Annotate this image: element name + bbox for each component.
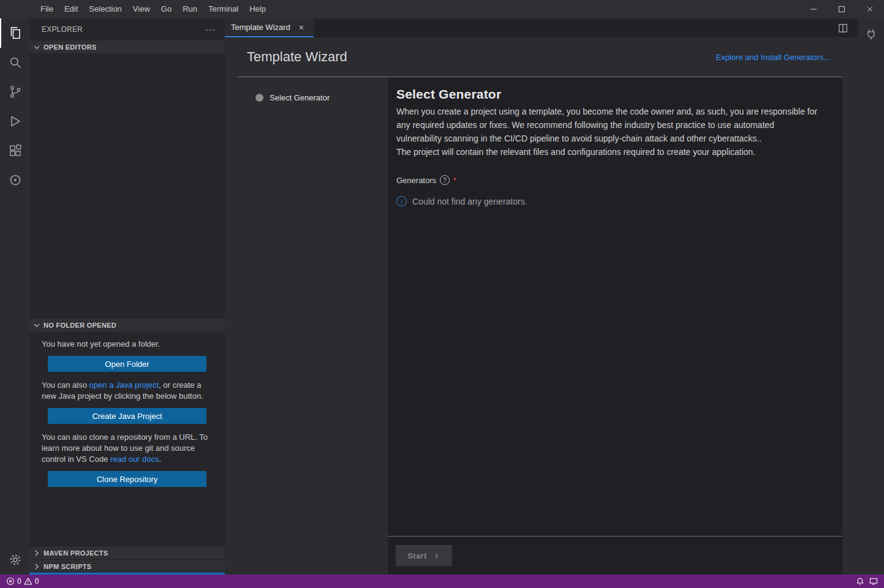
npm-scripts-header[interactable]: NPM SCRIPTS [29,559,225,573]
step-indicator-dot [255,94,263,102]
step-select-generator[interactable]: Select Generator [255,93,388,102]
open-editors-empty-area [29,53,225,318]
source-control-icon [8,85,23,99]
panel-description-1: When you create a project using a templa… [396,105,818,145]
panel-description-2: The project will contain the relevant fi… [396,145,818,159]
java-project-text: You can also open a Java project, or cre… [42,380,213,402]
menu-help[interactable]: Help [244,0,271,18]
settings-gear-icon [8,552,23,567]
no-folder-content: You have not yet opened a folder. Open F… [29,331,225,495]
activity-bar [0,18,29,575]
statusbar-left: 0 0 [6,575,39,588]
page-title: Template Wizard [247,49,347,65]
start-button-label: Start [407,551,427,560]
start-button[interactable]: Start [396,545,452,566]
warning-icon [24,577,32,586]
panel-content: Select Generator When you create a proje… [388,77,842,206]
run-debug-icon [8,114,23,129]
bell-icon[interactable] [856,577,864,586]
minimize-button[interactable] [799,0,828,18]
read-our-docs-link[interactable]: read our docs [110,454,159,464]
close-icon [866,6,874,13]
npm-scripts-label: NPM SCRIPTS [43,563,91,570]
no-folder-text: You have not yet opened a folder. [42,339,213,350]
more-actions-icon[interactable] [205,24,216,34]
info-message: Could not find any generators. [412,197,527,206]
search-icon [8,55,23,70]
activitybar-item-template-tools[interactable] [0,165,29,195]
java-text-pre: You can also [42,380,89,390]
wizard-panel: Select Generator When you create a proje… [388,77,842,575]
menu-run[interactable]: Run [177,0,203,18]
maven-projects-header[interactable]: MAVEN PROJECTS [29,546,225,559]
maximize-button[interactable] [828,0,856,18]
tab-bar: Template Wizard [225,18,858,37]
extensions-icon [8,143,23,158]
window-controls [799,0,884,18]
activitybar-item-source-control[interactable] [0,77,29,107]
explorer-sidebar: EXPLORER OPEN EDITORS NO FOLDER OPENED Y… [29,18,225,575]
editor-actions [838,18,858,37]
menu-selection[interactable]: Selection [83,0,127,18]
close-button[interactable] [856,0,884,18]
menu-go[interactable]: Go [156,0,177,18]
secondary-bar-item[interactable] [864,27,878,44]
tab-label: Template Wizard [231,23,290,32]
menu-file[interactable]: File [35,0,59,18]
open-java-project-link[interactable]: open a Java project [89,380,159,390]
status-bar: 0 0 [0,575,884,588]
open-folder-button[interactable]: Open Folder [48,356,206,372]
create-java-project-button[interactable]: Create Java Project [48,408,206,424]
panel-footer: Start [388,536,842,575]
chevron-right-icon [32,548,42,558]
chevron-right-icon [433,552,440,560]
sidebar-spacer [29,495,225,546]
clone-repository-button[interactable]: Clone Repository [48,471,206,487]
clone-text-post: . [159,454,162,464]
panel-spacer [388,206,842,536]
activitybar-item-explorer[interactable] [0,18,29,48]
menu-edit[interactable]: Edit [59,0,83,18]
tab-template-wizard[interactable]: Template Wizard [225,18,314,37]
screen-icon[interactable] [869,577,878,586]
required-asterisk: * [453,176,456,185]
minimize-icon [810,6,817,13]
no-folder-header[interactable]: NO FOLDER OPENED [29,318,225,331]
chevron-down-icon [32,320,42,330]
files-icon [8,26,23,40]
secondary-activity-bar [858,18,884,575]
explore-generators-link[interactable]: Explore and Install Generators... [716,53,830,62]
activitybar-item-settings[interactable] [0,545,29,575]
wizard-header: Template Wizard Explore and Install Gene… [225,37,858,77]
activitybar-item-extensions[interactable] [0,136,29,165]
wizard-steps: Select Generator [225,77,388,575]
generators-field-label-row: Generators * [396,175,818,185]
step-label: Select Generator [270,93,330,102]
generators-info-row: Could not find any generators. [396,196,818,206]
activitybar-item-run-debug[interactable] [0,107,29,136]
chevron-down-icon [32,42,42,52]
error-count: 0 [17,577,21,586]
plug-icon [864,27,878,42]
sidebar-title-row: EXPLORER [29,18,225,40]
tab-close-icon[interactable] [295,21,308,34]
problems-indicator[interactable]: 0 0 [6,575,39,588]
panel-heading: Select Generator [396,87,818,102]
help-question-icon[interactable] [440,175,450,185]
menu-terminal[interactable]: Terminal [203,0,244,18]
no-folder-label: NO FOLDER OPENED [43,322,116,329]
editor-area: Template Wizard Template Wizard Explore … [225,18,858,575]
template-wizard-webview: Template Wizard Explore and Install Gene… [225,37,858,575]
split-editor-icon[interactable] [838,23,848,33]
activitybar-item-search[interactable] [0,48,29,77]
sidebar-title: EXPLORER [42,25,83,34]
statusbar-right [856,575,878,588]
maven-projects-label: MAVEN PROJECTS [43,549,108,557]
open-editors-label: OPEN EDITORS [43,43,97,51]
open-editors-header[interactable]: OPEN EDITORS [29,40,225,53]
chevron-right-icon [32,562,42,571]
menu-view[interactable]: View [127,0,156,18]
maximize-icon [838,6,845,13]
vscode-window: File Edit Selection View Go Run Terminal… [0,0,884,588]
info-icon [396,196,407,206]
